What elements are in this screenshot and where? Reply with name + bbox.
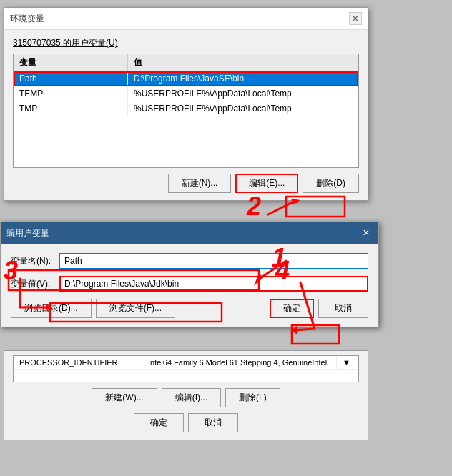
sys-buttons-row: 新建(W)... 编辑(I)... 删除(L)	[13, 388, 359, 407]
edit-buttons-row: 浏览目录(D)... 浏览文件(F)... 确定 取消	[11, 299, 368, 318]
edit-dialog-title: 编用户变量	[6, 227, 49, 239]
var-value-label: 变量值(V):	[11, 278, 54, 290]
edit-sys-var-button[interactable]: 编辑(I)...	[162, 388, 221, 407]
edit-user-var-button[interactable]: 编辑(E)...	[235, 174, 298, 193]
env-variables-dialog: 环境变量 ✕ 3150707035 的用户变量(U) 变量 值 Path D:\…	[4, 7, 368, 201]
edit-user-var-dialog: 编用户变量 × 变量名(N): 变量值(V): 浏览目录(D)... 浏览文件(…	[0, 222, 379, 327]
var-value-row: 变量值(V):	[11, 276, 368, 292]
sys-var-name: PROCESSOR_IDENTIFIER	[14, 356, 142, 369]
edit-right-buttons: 确定 取消	[270, 299, 368, 318]
user-variables-table: 变量 值 Path D:\Program Files\JavaSE\bin TE…	[13, 54, 359, 168]
var-name-input[interactable]	[59, 253, 368, 269]
var-val-cell: D:\Program Files\JavaSE\bin	[128, 71, 358, 86]
sys-ok-row: 确定 取消	[13, 413, 359, 432]
var-name-cell: Path	[14, 71, 128, 86]
table-row[interactable]: Path D:\Program Files\JavaSE\bin	[14, 71, 358, 86]
sys-ok-button[interactable]: 确定	[134, 413, 184, 432]
delete-user-var-button[interactable]: 删除(D)	[303, 174, 359, 193]
new-user-var-button[interactable]: 新建(N)...	[168, 174, 232, 193]
var-name-cell: TMP	[14, 101, 128, 116]
env-dialog-title: 环境变量	[10, 13, 44, 25]
var-value-input[interactable]	[59, 276, 368, 292]
ok-button[interactable]: 确定	[270, 299, 314, 318]
sys-variables-section: PROCESSOR_IDENTIFIER Intel64 Family 6 Mo…	[4, 350, 368, 440]
edit-left-buttons: 浏览目录(D)... 浏览文件(F)...	[11, 299, 175, 318]
env-dialog-titlebar: 环境变量 ✕	[4, 8, 368, 30]
header-var: 变量	[14, 54, 128, 71]
var-val-cell: %USERPROFILE%\AppData\Local\Temp	[128, 101, 358, 116]
edit-dialog-body: 变量名(N): 变量值(V): 浏览目录(D)... 浏览文件(F)... 确定…	[1, 244, 378, 327]
header-val: 值	[128, 54, 358, 71]
env-dialog-close-button[interactable]: ✕	[349, 12, 362, 25]
edit-dialog-titlebar: 编用户变量 ×	[1, 222, 378, 244]
sys-table-row[interactable]: PROCESSOR_IDENTIFIER Intel64 Family 6 Mo…	[14, 356, 358, 370]
env-dialog-body: 3150707035 的用户变量(U) 变量 值 Path D:\Program…	[4, 30, 368, 200]
edit-dialog-close-button[interactable]: ×	[360, 227, 373, 239]
sys-cancel-button[interactable]: 取消	[188, 413, 238, 432]
user-buttons-row: 新建(N)... 编辑(E)... 删除(D)	[13, 174, 359, 193]
svg-rect-5	[292, 325, 339, 344]
table-row[interactable]: TMP %USERPROFILE%\AppData\Local\Temp	[14, 101, 358, 116]
browse-file-button[interactable]: 浏览文件(F)...	[96, 299, 175, 318]
var-name-label: 变量名(N):	[11, 255, 54, 267]
sys-dropdown-icon[interactable]: ▼	[337, 356, 358, 369]
table-header: 变量 值	[14, 54, 358, 71]
var-name-cell: TEMP	[14, 86, 128, 101]
delete-sys-var-button[interactable]: 删除(L)	[225, 388, 280, 407]
var-name-row: 变量名(N):	[11, 253, 368, 269]
browse-dir-button[interactable]: 浏览目录(D)...	[11, 299, 92, 318]
new-sys-var-button[interactable]: 新建(W)...	[92, 388, 157, 407]
cancel-button[interactable]: 取消	[318, 299, 368, 318]
sys-variables-table: PROCESSOR_IDENTIFIER Intel64 Family 6 Mo…	[13, 355, 359, 382]
user-section-label: 3150707035 的用户变量(U)	[13, 37, 359, 49]
var-val-cell: %USERPROFILE%\AppData\Local\Temp	[128, 86, 358, 101]
table-row[interactable]: TEMP %USERPROFILE%\AppData\Local\Temp	[14, 86, 358, 101]
sys-var-val: Intel64 Family 6 Model 61 Stepping 4, Ge…	[142, 356, 337, 369]
